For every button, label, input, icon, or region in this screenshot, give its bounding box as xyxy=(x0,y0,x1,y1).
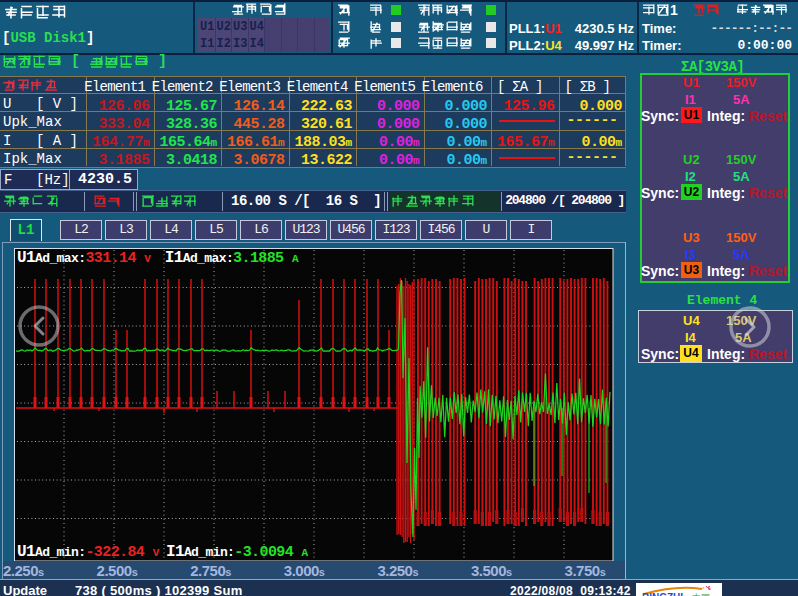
svg-text:DINGZHI: DINGZHI xyxy=(642,592,683,596)
